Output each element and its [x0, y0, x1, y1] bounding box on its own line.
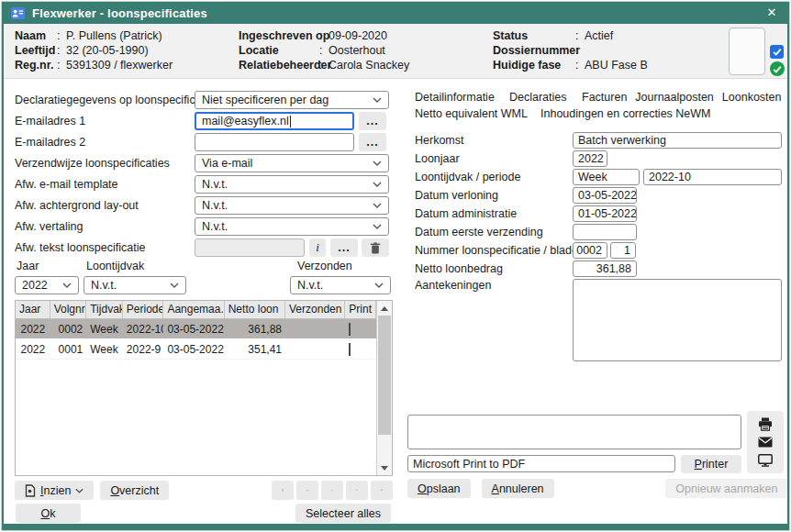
scroll-down-icon[interactable] — [377, 460, 392, 475]
emailadres1-browse-button[interactable]: ... — [359, 112, 386, 130]
overzicht-label: Overzicht — [110, 484, 159, 497]
nummer-loonspecificatie-input[interactable]: 0002 — [573, 242, 607, 259]
tab-declaraties[interactable]: Declaraties — [509, 90, 574, 105]
select-value: N.v.t. — [202, 199, 373, 212]
loonjaar-value: 2022 — [578, 152, 604, 165]
copy-button[interactable] — [272, 481, 294, 500]
blue-checkbox-icon[interactable] — [770, 45, 784, 59]
ingeschreven-label: Ingeschreven op — [239, 28, 319, 43]
tab-netto-equivalent-wml[interactable]: Netto equivalent WML — [415, 106, 540, 121]
periode-input[interactable]: 2022-10 — [643, 169, 782, 185]
emailadres2-input[interactable] — [195, 133, 354, 151]
emailadres2-browse-button[interactable]: ... — [359, 133, 386, 151]
datum-administratie-value: 01-05-2022 — [578, 207, 637, 220]
col-jaar[interactable]: Jaar — [16, 301, 50, 318]
col-verzonden[interactable]: Verzonden — [285, 301, 345, 318]
afw-tekst-input[interactable] — [195, 238, 305, 257]
ingeschreven-value: 09-09-2020 — [329, 28, 387, 43]
datum-verloning-input[interactable]: 03-05-2022 — [573, 187, 637, 204]
verzendwijze-select[interactable]: Via e-mail — [195, 154, 389, 172]
leeftijd-value: 32 (20-05-1990) — [66, 43, 149, 58]
table-row[interactable]: 2022 0002 Week 2022-10 03-05-2022 361,88 — [16, 319, 376, 339]
select-value: Via e-mail — [202, 157, 373, 170]
afw-tekst-browse-button[interactable]: ... — [330, 238, 358, 257]
tab-detailinformatie[interactable]: Detailinformatie — [415, 90, 501, 105]
printer-label: Printer — [695, 458, 729, 471]
annuleren-button[interactable]: Annuleren — [482, 479, 554, 498]
next-row-button[interactable] — [346, 481, 368, 500]
print-checkbox[interactable] — [349, 343, 351, 356]
cell-aangemaakt: 03-05-2022 — [163, 343, 224, 356]
tab-journaalposten[interactable]: Journaalposten — [635, 90, 713, 105]
table-row[interactable]: 2022 0001 Week 2022-9 03-05-2022 351,41 — [16, 339, 376, 360]
datum-eerste-verzending-input[interactable] — [573, 224, 637, 240]
table-scrollbar[interactable] — [376, 301, 392, 475]
afw-email-template-select[interactable]: N.v.t. — [195, 175, 389, 194]
ok-button[interactable]: Ok — [16, 504, 81, 523]
colon: : — [575, 58, 585, 72]
opslaan-button[interactable]: Opslaan — [407, 479, 471, 498]
verzonden-filter-select[interactable]: N.v.t. — [290, 276, 391, 294]
envelope-icon — [758, 437, 773, 448]
first-row-button[interactable] — [296, 481, 318, 500]
loontijdvak-filter-select[interactable]: N.v.t. — [84, 276, 186, 294]
jaar-filter-select[interactable]: 2022 — [15, 276, 79, 294]
huidige-fase-label: Huidige fase — [493, 58, 575, 72]
scrollbar-thumb[interactable] — [378, 316, 391, 435]
afw-achtergrond-select[interactable]: N.v.t. — [195, 196, 389, 215]
col-periode[interactable]: Periode — [123, 301, 164, 318]
overzicht-button[interactable]: Overzicht — [100, 481, 169, 500]
tijdvak-input[interactable]: Week — [573, 169, 640, 185]
monitor-icon — [758, 454, 773, 467]
afw-vertaling-select[interactable]: N.v.t. — [195, 217, 389, 236]
datum-administratie-input[interactable]: 01-05-2022 — [573, 205, 637, 222]
opnieuw-aanmaken-button[interactable]: Opnieuw aanmaken — [665, 479, 787, 498]
emailadres1-input[interactable]: mail@easyflex.nl — [195, 112, 354, 130]
previous-row-button[interactable] — [321, 481, 343, 500]
double-chevron-up-icon — [306, 485, 308, 495]
colon: : — [319, 58, 329, 72]
naam-value: P. Pullens (Patrick) — [66, 28, 162, 43]
tab-facturen[interactable]: Facturen — [582, 90, 627, 105]
bladen-input[interactable]: 1 — [610, 242, 636, 259]
aantekeningen-textarea[interactable] — [573, 279, 782, 361]
printer-button[interactable]: Printer — [681, 455, 741, 473]
ok-label: Ok — [41, 507, 56, 520]
scroll-up-icon[interactable] — [377, 301, 392, 316]
annuleren-label: Annuleren — [492, 482, 544, 495]
tab-loonkosten[interactable]: Loonkosten — [722, 90, 782, 105]
netto-loonbedrag-input[interactable]: 361,88 — [573, 260, 637, 277]
print-document-box[interactable] — [407, 415, 741, 449]
print-checkbox[interactable] — [349, 323, 351, 336]
close-icon[interactable]: ✕ — [763, 5, 780, 21]
col-tijdvak[interactable]: Tijdvak — [86, 301, 123, 318]
declaratiegegevens-select[interactable]: Niet specificeren per dag — [195, 91, 389, 109]
col-netto-loon[interactable]: Netto loon — [225, 301, 285, 318]
jaar-filter-label: Jaar — [17, 260, 39, 272]
cell-jaar: 2022 — [16, 323, 50, 336]
cell-volgnr: 0002 — [50, 323, 87, 336]
datum-eerste-verzending-label: Datum eerste verzending — [415, 226, 573, 238]
colon: : — [575, 43, 585, 58]
select-value: N.v.t. — [202, 220, 373, 233]
col-print[interactable]: Print — [345, 301, 376, 318]
chevron-up-icon — [331, 487, 333, 493]
inzien-button[interactable]: Inzien — [15, 481, 94, 500]
printer-name-input[interactable]: Microsoft Print to PDF — [407, 455, 675, 472]
last-row-button[interactable] — [371, 481, 393, 500]
tab-inhoudingen-correcties[interactable]: Inhoudingen en correcties NeWM — [540, 106, 711, 121]
col-aangemaakt[interactable]: Aangemaa... — [163, 301, 224, 318]
herkomst-input[interactable]: Batch verwerking — [573, 132, 782, 149]
afw-tekst-info-button[interactable]: i — [309, 238, 326, 257]
datum-administratie-label: Datum administratie — [415, 207, 573, 220]
email-output-button[interactable] — [755, 434, 775, 451]
relatiebeheerder-label: Relatiebeheerder — [239, 58, 319, 72]
col-volgnr[interactable]: Volgnr — [50, 301, 87, 318]
window-title: Flexwerker - loonspecificaties — [32, 6, 207, 20]
screen-output-button[interactable] — [755, 452, 775, 470]
afw-achtergrond-label: Afw. achtergrond lay-out — [15, 199, 195, 212]
loonjaar-input[interactable]: 2022 — [573, 150, 607, 167]
afw-tekst-delete-button[interactable] — [362, 238, 389, 257]
selecteer-alles-button[interactable]: Selecteer alles — [295, 504, 391, 523]
print-output-button[interactable] — [755, 416, 775, 433]
